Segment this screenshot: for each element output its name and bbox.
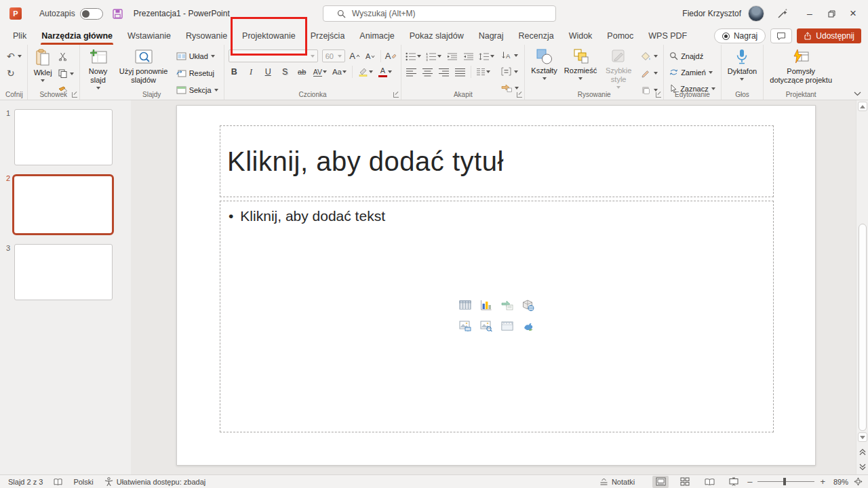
collapse-ribbon-button[interactable] bbox=[854, 92, 861, 96]
insert-table-icon[interactable] bbox=[459, 299, 471, 311]
zoom-in-button[interactable]: + bbox=[820, 476, 825, 487]
designer-button[interactable]: Pomysły dotyczące projektu bbox=[768, 47, 834, 86]
strikethrough-button[interactable]: ab bbox=[296, 66, 308, 78]
quick-styles-button[interactable]: Szybkie style bbox=[601, 47, 635, 90]
align-center-button[interactable] bbox=[422, 66, 433, 78]
align-right-button[interactable] bbox=[438, 66, 450, 78]
spell-check-button[interactable] bbox=[48, 475, 68, 488]
autosave-toggle[interactable] bbox=[80, 8, 103, 20]
notes-button[interactable]: Notatki bbox=[594, 475, 640, 488]
bullets-button[interactable] bbox=[406, 50, 421, 62]
insert-smartart-icon[interactable] bbox=[501, 299, 513, 311]
tab-wstawianie[interactable]: Wstawianie bbox=[120, 27, 178, 45]
save-icon[interactable] bbox=[113, 9, 123, 19]
tab-plik[interactable]: Plik bbox=[5, 27, 34, 45]
title-placeholder[interactable]: Kliknij, aby dodać tytuł bbox=[220, 126, 773, 197]
tab-przejscia[interactable]: Przejścia bbox=[303, 27, 353, 45]
tab-wps-pdf[interactable]: WPS PDF bbox=[641, 27, 694, 45]
close-button[interactable]: × bbox=[842, 0, 864, 27]
ribbon-options-wand-icon[interactable] bbox=[776, 8, 788, 20]
find-button[interactable]: Znajdź bbox=[668, 49, 717, 62]
slide-canvas[interactable]: Kliknij, aby dodać tytuł • Kliknij, aby … bbox=[176, 105, 816, 466]
tab-projektowanie[interactable]: Projektowanie bbox=[235, 27, 303, 45]
scrollbar-thumb[interactable] bbox=[859, 224, 867, 431]
underline-button[interactable]: U bbox=[262, 66, 274, 78]
insert-3d-model-icon[interactable] bbox=[522, 299, 534, 311]
zoom-slider-thumb[interactable] bbox=[783, 478, 786, 485]
previous-slide-button[interactable] bbox=[858, 447, 867, 457]
zoom-slider[interactable] bbox=[757, 481, 814, 482]
copy-button[interactable] bbox=[57, 67, 75, 80]
fit-slide-to-window-button[interactable] bbox=[851, 475, 868, 488]
dictate-button[interactable]: Dyktafon bbox=[726, 47, 759, 82]
scroll-up-button[interactable] bbox=[858, 102, 867, 111]
record-button[interactable]: Nagraj bbox=[714, 28, 766, 43]
slide-2-thumbnail-selected[interactable] bbox=[12, 174, 114, 235]
zoom-level[interactable]: 89% bbox=[831, 475, 851, 488]
increase-indent-button[interactable] bbox=[462, 50, 474, 62]
tab-nagraj[interactable]: Nagraj bbox=[471, 27, 511, 45]
insert-icon-icon[interactable] bbox=[522, 320, 534, 332]
tab-animacje[interactable]: Animacje bbox=[352, 27, 401, 45]
user-avatar[interactable] bbox=[748, 5, 764, 22]
restore-button[interactable] bbox=[821, 0, 842, 27]
text-direction-button[interactable]: A bbox=[500, 49, 520, 62]
tab-narzedzia-glowne[interactable]: Narzędzia główne bbox=[34, 27, 120, 45]
clear-formatting-button[interactable]: A bbox=[385, 50, 397, 62]
increase-font-size-button[interactable]: A bbox=[349, 50, 361, 62]
share-button[interactable]: Udostępnij bbox=[797, 28, 861, 43]
arrange-button[interactable]: Rozmieść bbox=[562, 47, 599, 81]
comments-button[interactable] bbox=[770, 28, 792, 43]
italic-button[interactable]: I bbox=[245, 66, 257, 78]
rysowanie-dialog-launcher[interactable] bbox=[656, 92, 661, 98]
next-slide-button[interactable] bbox=[858, 462, 867, 472]
akapit-dialog-launcher[interactable] bbox=[517, 92, 522, 98]
tab-widok[interactable]: Widok bbox=[561, 27, 600, 45]
insert-online-picture-icon[interactable] bbox=[480, 320, 492, 332]
shapes-button[interactable]: Kształty bbox=[529, 47, 559, 81]
numbering-button[interactable] bbox=[426, 50, 441, 62]
decrease-font-size-button[interactable]: A bbox=[365, 50, 376, 62]
slideshow-view-button[interactable] bbox=[726, 476, 742, 488]
account-name[interactable]: Fiedor Krzysztof bbox=[682, 9, 741, 18]
justify-button[interactable] bbox=[454, 66, 466, 78]
replace-button[interactable]: Zamień bbox=[668, 66, 717, 79]
cut-button[interactable] bbox=[57, 50, 75, 63]
vertical-scrollbar[interactable] bbox=[856, 100, 868, 474]
shape-fill-button[interactable] bbox=[639, 49, 659, 62]
reset-button[interactable]: Resetuj bbox=[175, 66, 220, 79]
align-left-button[interactable] bbox=[406, 66, 417, 78]
font-color-button[interactable]: A bbox=[378, 66, 392, 78]
tab-pokaz-slajdow[interactable]: Pokaz slajdów bbox=[402, 27, 471, 45]
slide-1-thumbnail[interactable] bbox=[14, 109, 113, 165]
czcionka-dialog-launcher[interactable] bbox=[393, 92, 399, 98]
schowek-dialog-launcher[interactable] bbox=[72, 92, 77, 98]
zoom-out-button[interactable]: – bbox=[747, 476, 752, 487]
bold-button[interactable]: B bbox=[229, 66, 240, 78]
text-shadow-button[interactable]: S bbox=[279, 66, 291, 78]
reuse-slides-button[interactable]: Użyj ponownie slajdów bbox=[115, 47, 172, 86]
insert-chart-icon[interactable] bbox=[480, 299, 492, 311]
character-spacing-button[interactable]: AV bbox=[313, 66, 327, 78]
columns-button[interactable] bbox=[476, 66, 490, 78]
body-placeholder[interactable]: • Kliknij, aby dodać tekst bbox=[220, 201, 773, 432]
line-spacing-button[interactable] bbox=[479, 50, 494, 62]
slide-indicator[interactable]: Slajd 2 z 3 bbox=[0, 475, 48, 488]
layout-button[interactable]: Układ bbox=[175, 49, 220, 62]
undo-button[interactable]: ↶ bbox=[5, 49, 23, 62]
insert-video-icon[interactable] bbox=[501, 320, 513, 332]
tab-rysowanie[interactable]: Rysowanie bbox=[178, 27, 235, 45]
language-button[interactable]: Polski bbox=[68, 475, 98, 488]
paste-button[interactable]: Wklej bbox=[32, 47, 54, 83]
redo-button[interactable]: ↻ bbox=[5, 66, 23, 79]
slide-3-thumbnail[interactable] bbox=[14, 244, 113, 300]
tab-pomoc[interactable]: Pomoc bbox=[599, 27, 641, 45]
new-slide-button[interactable]: Nowy slajd bbox=[84, 47, 113, 91]
shape-outline-button[interactable] bbox=[639, 66, 659, 79]
search-input[interactable]: Wyszukaj (Alt+M) bbox=[323, 5, 556, 22]
minimize-button[interactable]: – bbox=[799, 0, 821, 27]
tab-recenzja[interactable]: Recenzja bbox=[511, 27, 561, 45]
decrease-indent-button[interactable] bbox=[446, 50, 458, 62]
accessibility-checker-button[interactable]: Ułatwienia dostępu: zbadaj bbox=[99, 475, 211, 488]
font-name-combobox[interactable] bbox=[229, 49, 318, 62]
